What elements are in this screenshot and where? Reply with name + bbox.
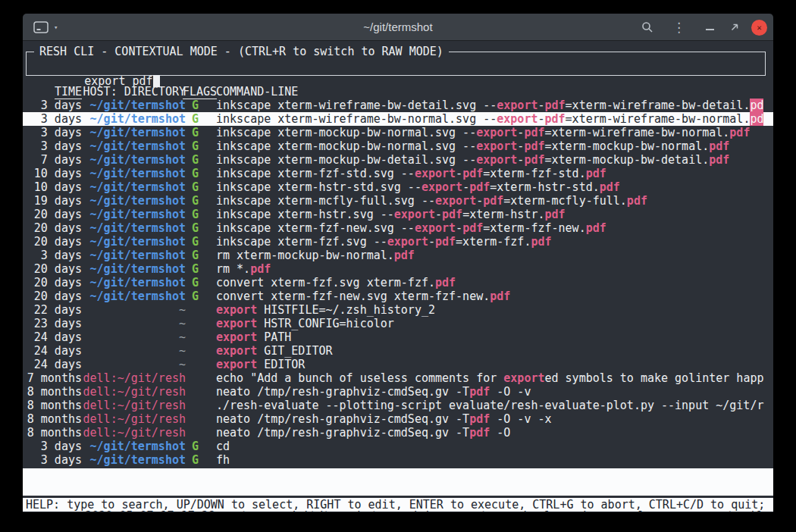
row-command: cd [216,440,773,453]
history-row[interactable]: 8 months dell:~/git/resh neato /tmp/resh… [23,426,773,440]
command-text: EDITOR [257,358,305,371]
history-row[interactable]: 8 months dell:~/git/resh ./resh-evaluate… [23,399,773,412]
row-command: inkscape xterm-wireframe-bw-detail.svg -… [216,99,773,112]
history-row[interactable]: 3 days ~/git/termshot G rm xterm-mockup-… [23,249,773,262]
history-row[interactable]: 3 days ~/git/termshot G fh [23,453,773,467]
row-command: inkscape xterm-wireframe-bw-normal.svg -… [216,112,773,126]
history-row[interactable]: 20 days ~/git/termshot G convert xterm-f… [23,289,773,303]
row-flags [186,399,216,412]
row-host: dell:~/git/resh [82,426,186,440]
row-time: 3 days [26,139,82,153]
history-row[interactable]: 22 days ~ export HISTFILE=~/.zsh_history… [23,303,773,317]
minimize-button[interactable] [706,25,714,30]
command-text: convert xterm-fzf.svg xterm-fzf. [216,276,435,289]
row-command: inkscape xterm-mockup-bw-normal.svg --ex… [216,139,773,153]
terminal-app-icon[interactable] [33,21,49,33]
history-row[interactable]: 24 days ~ export PATH [23,330,773,344]
close-button[interactable]: ✕ [751,20,767,36]
terminal-window: ▾ ~/git/termshot ⋮ ✕ RESH CL [23,14,773,512]
history-row[interactable]: 3 days ~/git/termshot G inkscape xterm-m… [23,139,773,153]
chevron-down-icon[interactable]: ▾ [54,14,58,41]
row-time: 7 days [26,153,82,167]
history-row[interactable]: 20 days ~/git/termshot G convert xterm-f… [23,276,773,289]
history-row[interactable]: 20 days ~/git/termshot G inkscape xterm-… [23,221,773,235]
match-highlight: export [497,99,537,112]
row-command: convert xterm-fzf.svg xterm-fzf.pdf [216,276,773,289]
match-highlight: pdf [600,180,620,194]
history-row[interactable]: 3 days ~/git/termshot G cd [23,440,773,453]
history-row[interactable]: 19 days ~/git/termshot G inkscape xterm-… [23,194,773,208]
command-text: - [476,194,483,208]
search-input[interactable]: export pdf [84,74,152,88]
history-row[interactable]: 20 days ~/git/termshot G inkscape xterm-… [23,235,773,249]
match-highlight: pdf [435,276,456,289]
row-time: 8 months [26,385,82,399]
row-flags [186,385,216,399]
row-time: 20 days [26,235,82,249]
match-highlight: pdf [531,235,551,249]
match-highlight: export [497,112,537,126]
history-row[interactable]: 3 days ~/git/termshot G inkscape xterm-w… [23,112,773,126]
row-time: 3 days [26,126,82,139]
help-bar: HELP: type to search, UP/DOWN to select,… [23,498,773,512]
command-text: - [456,221,462,235]
command-text: - [462,180,469,194]
history-row[interactable]: 24 days ~ export GIT_EDITOR [23,344,773,358]
command-text: inkscape xterm-hstr-std.svg -- [216,180,422,194]
row-host: dell:~/git/resh [82,371,186,385]
command-text: rm xterm-mockup-bw-normal. [216,249,394,262]
row-flags: G [186,289,216,303]
status-bar: 2020-05-07 17:17:28tower:~/git/termshoti… [23,468,773,496]
restore-button[interactable] [729,22,740,33]
history-row[interactable]: 7 months dell:~/git/resh echo "Add a bun… [23,371,773,385]
match-highlight: export [216,317,257,330]
row-command: inkscape xterm-fzf-std.svg --export-pdf=… [216,167,773,180]
row-command: export EDITOR [216,358,773,371]
row-host: ~/git/termshot [82,276,186,289]
row-flags: G [186,194,216,208]
row-host: ~/git/termshot [82,194,186,208]
command-text: inkscape xterm-mcfly-full.svg -- [216,194,435,208]
row-command: export PATH [216,330,773,344]
row-flags: G [186,112,216,126]
command-text: ed symbols to make golinter happ [544,371,763,385]
history-row[interactable]: 10 days ~/git/termshot G inkscape xterm-… [23,167,773,180]
menu-kebab-icon[interactable]: ⋮ [672,20,685,35]
row-flags: G [186,276,216,289]
history-row[interactable]: 20 days ~/git/termshot G inkscape xterm-… [23,208,773,221]
command-text: =xterm-wireframe-bw-normal. [566,112,751,126]
command-text: HISTFILE=~/.zsh_history_2 [257,303,435,317]
history-row[interactable]: 20 days ~/git/termshot G rm *.pdf [23,262,773,276]
match-highlight: pdf [469,412,490,426]
history-row[interactable]: 3 days ~/git/termshot G inkscape xterm-m… [23,126,773,139]
terminal-content: RESH CLI - CONTEXTUAL MODE - (CTRL+R to … [23,41,773,512]
search-box[interactable]: RESH CLI - CONTEXTUAL MODE - (CTRL+R to … [26,52,766,76]
row-host: ~/git/termshot [82,180,186,194]
search-icon[interactable] [641,21,653,33]
restore-icon [729,22,740,33]
history-row[interactable]: 8 months dell:~/git/resh neato /tmp/resh… [23,385,773,399]
row-host: ~/git/termshot [82,235,186,249]
command-text: echo "Add a bunch of useless comments fo… [216,371,503,385]
titlebar[interactable]: ▾ ~/git/termshot ⋮ ✕ [23,14,773,41]
row-flags: G [186,453,216,467]
row-time: 20 days [26,276,82,289]
row-flags: G [186,235,216,249]
history-row[interactable]: 24 days ~ export EDITOR [23,358,773,371]
match-highlight: pdf [627,194,647,208]
row-time: 3 days [26,249,82,262]
row-host: ~/git/termshot [82,126,186,139]
row-flags: G [186,99,216,112]
history-row[interactable]: 7 days ~/git/termshot G inkscape xterm-m… [23,153,773,167]
history-row[interactable]: 10 days ~/git/termshot G inkscape xterm-… [23,180,773,194]
row-flags: G [186,139,216,153]
row-time: 10 days [26,167,82,180]
row-host: ~/git/termshot [82,208,186,221]
history-row[interactable]: 8 months dell:~/git/resh neato /tmp/resh… [23,412,773,426]
history-row[interactable]: 23 days ~ export HSTR_CONFIG=hicolor [23,317,773,330]
command-text: inkscape xterm-hstr.svg -- [216,208,394,221]
match-highlight: pdf [709,139,729,153]
match-highlight: export [387,235,428,249]
row-host: ~/git/termshot [82,440,186,453]
command-text: fh [216,453,230,467]
